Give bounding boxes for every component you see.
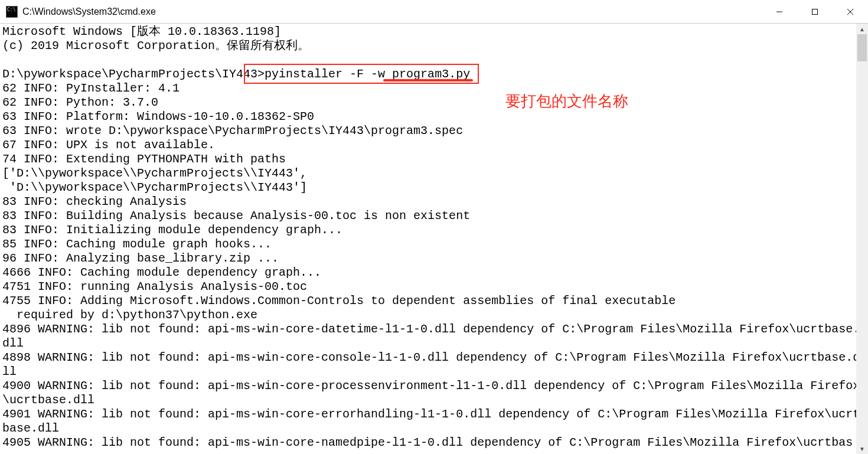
minimize-icon — [776, 8, 783, 15]
terminal-line: 85 INFO: Caching module graph hooks... — [2, 237, 272, 251]
terminal-line: 63 INFO: Platform: Windows-10-10.0.18362… — [2, 110, 314, 123]
terminal-line: 74 INFO: Extending PYTHONPATH with paths — [2, 152, 286, 166]
titlebar[interactable]: C:\Windows\System32\cmd.exe — [0, 0, 868, 24]
terminal-prompt: D:\pyworkspace\PycharmProjects\IY443> — [2, 67, 265, 81]
maximize-button[interactable] — [797, 0, 833, 24]
svg-rect-1 — [812, 9, 818, 15]
maximize-icon — [811, 8, 818, 15]
terminal-line: 67 INFO: UPX is not available. — [2, 138, 215, 152]
window-controls — [762, 0, 868, 24]
terminal-line: 83 INFO: checking Analysis — [2, 195, 187, 208]
terminal-line: (c) 2019 Microsoft Corporation。保留所有权利。 — [2, 39, 309, 53]
scrollbar[interactable]: ▲ ▼ — [856, 24, 868, 454]
terminal-line: 62 INFO: PyInstaller: 4.1 — [2, 81, 180, 95]
terminal-line: 'D:\\pyworkspace\\PycharmProjects\\IY443… — [2, 181, 307, 194]
terminal-line: 4905 WARNING: lib not found: api-ms-win-… — [2, 436, 853, 449]
scroll-thumb[interactable] — [857, 34, 867, 61]
terminal-line: 4666 INFO: Caching module dependency gra… — [2, 266, 321, 279]
scroll-down-icon[interactable]: ▼ — [856, 443, 868, 454]
terminal-line: 4900 WARNING: lib not found: api-ms-win-… — [2, 379, 860, 407]
cmd-icon — [6, 6, 18, 18]
terminal-line: Microsoft Windows [版本 10.0.18363.1198] — [2, 25, 281, 38]
terminal-line: required by d:\python37\python.exe — [2, 308, 257, 322]
terminal-line: ['D:\\pyworkspace\\PycharmProjects\\IY44… — [2, 166, 307, 180]
scroll-up-icon[interactable]: ▲ — [856, 24, 868, 34]
terminal-output[interactable]: Microsoft Windows [版本 10.0.18363.1198] (… — [0, 24, 868, 454]
terminal-command: pyinstaller -F -w program3.py — [265, 67, 470, 81]
terminal-line: 4901 WARNING: lib not found: api-ms-win-… — [2, 407, 860, 435]
terminal-line: 62 INFO: Python: 3.7.0 — [2, 96, 158, 109]
terminal-line: 4755 INFO: Adding Microsoft.Windows.Comm… — [2, 294, 676, 308]
terminal-line: 4898 WARNING: lib not found: api-ms-win-… — [2, 351, 860, 378]
terminal-line: 4751 INFO: running Analysis Analysis-00.… — [2, 280, 307, 293]
terminal-line: 83 INFO: Building Analysis because Analy… — [2, 209, 470, 223]
terminal-line: 63 INFO: wrote D:\pyworkspace\PycharmPro… — [2, 124, 463, 138]
window-title: C:\Windows\System32\cmd.exe — [22, 6, 156, 17]
terminal-line: 96 INFO: Analyzing base_library.zip ... — [2, 252, 279, 265]
minimize-button[interactable] — [762, 0, 797, 24]
close-icon — [847, 8, 854, 15]
terminal-line: 83 INFO: Initializing module dependency … — [2, 223, 342, 237]
close-button[interactable] — [833, 0, 868, 24]
terminal-line: 4896 WARNING: lib not found: api-ms-win-… — [2, 322, 860, 350]
